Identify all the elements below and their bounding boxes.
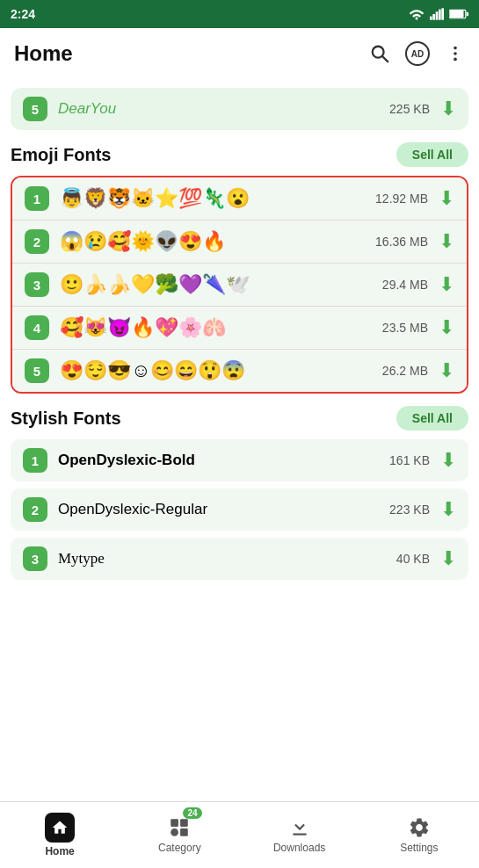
stylish-sell-all-button[interactable]: Sell All: [396, 406, 468, 430]
emoji-content-3: 🙂🍌🍌💛🥦💜🌂🕊️: [60, 273, 382, 296]
status-icons: [409, 8, 468, 20]
stylish-number-3: 3: [23, 546, 47, 571]
stylish-name-3: Mytype: [58, 550, 396, 568]
content-area: 5 DearYou 225 KB ⬇ Emoji Fonts Sell All …: [0, 88, 479, 659]
more-icon: [446, 44, 465, 63]
item-size-1: 12.92 MB: [375, 192, 428, 206]
app-bar: Home AD: [0, 28, 479, 79]
category-badge: 24: [183, 807, 201, 819]
svg-rect-2: [436, 11, 439, 19]
svg-point-15: [171, 828, 179, 836]
stylish-size-3: 40 KB: [396, 552, 430, 566]
nav-home-label: Home: [45, 845, 74, 857]
svg-rect-0: [430, 17, 432, 20]
emoji-fonts-list: 1 👼🦁🐯🐱⭐💯🦎😮 12.92 MB ⬇ 2 😱😢🥰🌞👽😍🔥 16.36 MB…: [11, 176, 468, 394]
download-button-emoji-1[interactable]: ⬇: [439, 187, 454, 210]
stylish-fonts-title: Stylish Fonts: [11, 409, 121, 429]
svg-rect-3: [439, 10, 441, 20]
stylish-font-item-1: 1 OpenDyslexic-Bold 161 KB ⬇: [11, 439, 468, 481]
emoji-fonts-header: Emoji Fonts Sell All: [11, 142, 468, 167]
emoji-content-4: 🥰😻😈🔥💖🌸🫁: [60, 316, 382, 339]
svg-line-9: [382, 56, 388, 61]
svg-rect-4: [441, 8, 444, 19]
svg-point-10: [454, 47, 457, 50]
category-icon: [168, 816, 191, 839]
nav-settings-label: Settings: [400, 842, 438, 854]
search-icon: [370, 44, 389, 63]
stylish-name-1: OpenDyslexic-Bold: [58, 452, 389, 469]
bottom-nav: Home 24 Category Downloads Settings: [0, 801, 479, 868]
emoji-fonts-title: Emoji Fonts: [11, 145, 111, 165]
download-button-emoji-3[interactable]: ⬇: [439, 273, 454, 296]
featured-font-name: DearYou: [58, 100, 389, 118]
settings-icon: [408, 816, 431, 839]
battery-icon: [449, 9, 468, 19]
svg-rect-16: [180, 828, 188, 836]
stylish-font-item-2: 2 OpenDyslexic-Regular 223 KB ⬇: [11, 488, 468, 531]
nav-downloads[interactable]: Downloads: [240, 802, 359, 868]
more-button[interactable]: [446, 44, 465, 63]
stylish-size-2: 223 KB: [389, 503, 430, 517]
emoji-font-item-5: 5 😍😌😎☺️😊😄😲😨 26.2 MB ⬇: [12, 350, 467, 392]
signal-icon: [430, 8, 444, 20]
page-title: Home: [14, 41, 370, 66]
svg-rect-13: [171, 819, 179, 827]
ad-badge[interactable]: AD: [405, 41, 430, 66]
emoji-content-5: 😍😌😎☺️😊😄😲😨: [60, 359, 382, 382]
nav-home[interactable]: Home: [0, 802, 120, 868]
emoji-font-item-4: 4 🥰😻😈🔥💖🌸🫁 23.5 MB ⬇: [12, 307, 467, 350]
download-button-emoji-2[interactable]: ⬇: [439, 230, 454, 253]
item-number-5: 5: [25, 358, 49, 383]
stylish-fonts-header: Stylish Fonts Sell All: [11, 406, 468, 430]
item-number-2: 2: [25, 229, 49, 254]
svg-rect-14: [180, 819, 188, 827]
svg-point-12: [454, 58, 457, 61]
svg-rect-1: [432, 14, 435, 20]
item-size-5: 26.2 MB: [382, 364, 428, 378]
status-time: 2:24: [11, 7, 35, 21]
download-button-stylish-3[interactable]: ⬇: [440, 547, 456, 570]
stylish-number-2: 2: [23, 497, 47, 522]
wifi-icon: [409, 8, 425, 20]
nav-category[interactable]: 24 Category: [120, 802, 239, 868]
emoji-font-item-2: 2 😱😢🥰🌞👽😍🔥 16.36 MB ⬇: [12, 221, 467, 264]
featured-download-button[interactable]: ⬇: [440, 98, 456, 120]
download-button-stylish-2[interactable]: ⬇: [440, 498, 456, 521]
home-icon: [45, 813, 75, 843]
item-number-1: 1: [25, 186, 49, 211]
emoji-content-1: 👼🦁🐯🐱⭐💯🦎😮: [60, 187, 375, 210]
downloads-icon: [288, 816, 311, 839]
nav-category-label: Category: [158, 842, 201, 854]
stylish-name-2: OpenDyslexic-Regular: [58, 501, 389, 518]
item-size-4: 23.5 MB: [382, 321, 428, 335]
home-svg: [51, 819, 69, 836]
status-bar: 2:24: [0, 0, 479, 28]
search-button[interactable]: [370, 44, 389, 63]
emoji-sell-all-button[interactable]: Sell All: [396, 142, 468, 167]
stylish-fonts-list: 1 OpenDyslexic-Bold 161 KB ⬇ 2 OpenDysle…: [11, 439, 468, 580]
download-button-emoji-5[interactable]: ⬇: [439, 359, 454, 382]
emoji-font-item-1: 1 👼🦁🐯🐱⭐💯🦎😮 12.92 MB ⬇: [12, 177, 467, 221]
svg-rect-7: [467, 12, 468, 17]
stylish-size-1: 161 KB: [389, 453, 430, 467]
stylish-font-item-3: 3 Mytype 40 KB ⬇: [11, 538, 468, 580]
download-button-emoji-4[interactable]: ⬇: [439, 316, 454, 339]
item-size-2: 16.36 MB: [375, 235, 428, 249]
svg-point-11: [454, 52, 457, 55]
nav-downloads-label: Downloads: [273, 842, 325, 854]
featured-item: 5 DearYou 225 KB ⬇: [11, 88, 468, 130]
download-button-stylish-1[interactable]: ⬇: [440, 449, 456, 472]
svg-rect-6: [450, 11, 464, 18]
emoji-content-2: 😱😢🥰🌞👽😍🔥: [60, 230, 375, 253]
emoji-font-item-3: 3 🙂🍌🍌💛🥦💜🌂🕊️ 29.4 MB ⬇: [12, 264, 467, 307]
nav-settings[interactable]: Settings: [359, 802, 479, 868]
featured-size: 225 KB: [389, 102, 430, 116]
item-number-4: 4: [25, 315, 49, 340]
item-number-3: 3: [25, 272, 49, 297]
item-size-3: 29.4 MB: [382, 278, 428, 292]
featured-number: 5: [23, 97, 47, 121]
app-bar-icons: AD: [370, 41, 465, 66]
stylish-number-1: 1: [23, 448, 47, 473]
